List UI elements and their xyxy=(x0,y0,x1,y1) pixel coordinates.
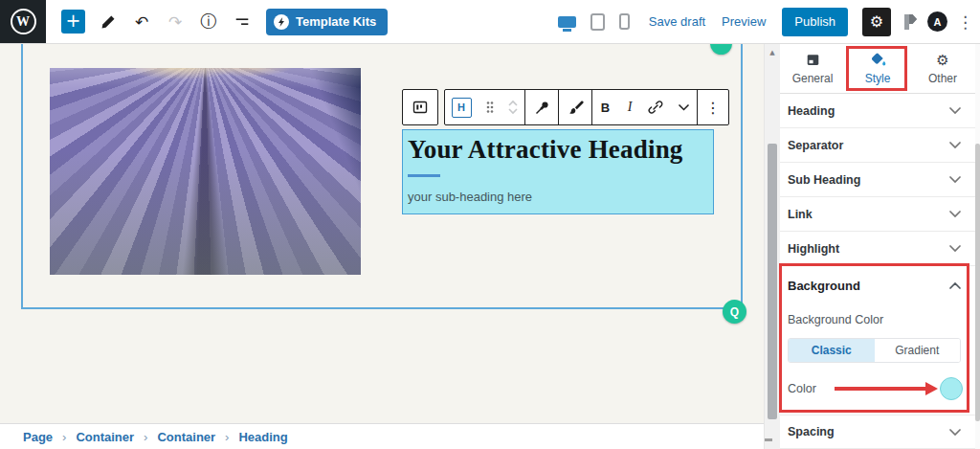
format-dropdown-button[interactable] xyxy=(670,90,697,124)
block-mover[interactable] xyxy=(501,90,524,124)
plugin-flag-button[interactable] xyxy=(900,11,919,33)
tab-general[interactable]: General xyxy=(780,44,845,93)
background-panel: Background Background Color Classic Grad… xyxy=(780,266,975,413)
chevron-down-icon xyxy=(949,245,961,252)
sidebar-tabs: General Style ⚙ Other xyxy=(780,44,975,94)
add-block-button[interactable]: + xyxy=(61,10,85,34)
edit-pencil-button[interactable] xyxy=(98,11,119,33)
chevron-down-icon xyxy=(949,176,961,183)
canvas-scrollbar-end xyxy=(765,438,772,441)
drag-dots-icon xyxy=(484,100,496,115)
editor-canvas: H xyxy=(0,44,764,449)
tab-other[interactable]: ⚙ Other xyxy=(910,44,975,93)
canvas-scrollbar: ▲ xyxy=(764,44,780,449)
chevron-down-icon xyxy=(949,142,961,148)
classic-option[interactable]: Classic xyxy=(789,339,875,362)
sidebar-scrollbar-thumb[interactable] xyxy=(975,144,980,421)
redo-button[interactable]: ↷ xyxy=(165,11,186,33)
drag-handle[interactable] xyxy=(478,90,501,124)
chevron-down-icon xyxy=(678,103,690,111)
accordion-heading-label: Heading xyxy=(788,104,835,118)
tablet-preview-icon[interactable] xyxy=(590,13,605,31)
breadcrumb-item-container-1[interactable]: Container xyxy=(76,430,134,444)
brush-icon xyxy=(567,99,585,117)
scrollbar-up-arrow[interactable]: ▲ xyxy=(765,49,780,56)
accordion-highlight-label: Highlight xyxy=(788,242,839,256)
heading-text[interactable]: Your Attractive Heading xyxy=(408,135,707,165)
desktop-preview-icon[interactable] xyxy=(558,16,576,28)
accordion-separator-label: Separator xyxy=(788,139,843,152)
select-parent-block-button[interactable] xyxy=(403,90,437,124)
subheading-text[interactable]: your sub-heading here xyxy=(408,190,707,204)
style-brush-button[interactable] xyxy=(559,90,591,124)
mobile-preview-icon[interactable] xyxy=(619,13,630,30)
heading-separator-line xyxy=(408,174,440,177)
details-info-button[interactable]: ⓘ xyxy=(198,11,219,33)
breadcrumb-item-heading[interactable]: Heading xyxy=(238,430,287,444)
breadcrumb-item-container-2[interactable]: Container xyxy=(157,430,215,444)
chevron-down-icon xyxy=(949,107,961,114)
wordpress-logo[interactable]: W xyxy=(0,0,46,43)
sidebar-scrollbar xyxy=(975,44,980,449)
italic-button[interactable]: I xyxy=(618,90,641,124)
breadcrumb-item-page[interactable]: Page xyxy=(23,430,53,444)
publish-button[interactable]: Publish xyxy=(782,8,848,36)
accordion-separator[interactable]: Separator xyxy=(780,128,975,163)
chevron-up-icon xyxy=(949,282,961,289)
options-kebab-button[interactable]: ⋮ xyxy=(957,12,970,32)
background-title: Background xyxy=(788,279,860,293)
canvas-scrollbar-thumb[interactable] xyxy=(768,144,777,419)
settings-gear-button[interactable]: ⚙ xyxy=(862,8,891,36)
accordion-heading[interactable]: Heading xyxy=(780,94,975,128)
gradient-option[interactable]: Gradient xyxy=(875,339,961,362)
pin-icon xyxy=(533,99,551,117)
pennant-p-icon xyxy=(900,11,919,33)
list-view-button[interactable] xyxy=(232,11,253,33)
wordpress-w-icon: W xyxy=(11,9,36,34)
lavender-field-image[interactable] xyxy=(50,68,361,275)
container-handle-bottom[interactable]: Q xyxy=(723,300,746,324)
accordion-sub-heading[interactable]: Sub Heading xyxy=(780,163,975,197)
heading-block-type-button[interactable]: H xyxy=(445,90,478,124)
annotation-arrow xyxy=(835,382,938,395)
bold-button[interactable]: B xyxy=(592,90,618,124)
container-block-icon xyxy=(411,98,430,117)
list-view-icon xyxy=(234,13,251,31)
accordion-background[interactable]: Background xyxy=(788,279,961,293)
color-label: Color xyxy=(788,382,816,395)
move-up-down-icon xyxy=(506,98,520,117)
accordion-link-label: Link xyxy=(788,208,813,221)
editor-topbar: W + ↶ ↷ ⓘ Template Kits Save draft Previ… xyxy=(0,0,980,44)
color-swatch[interactable] xyxy=(940,377,963,400)
link-chain-icon xyxy=(647,99,664,116)
background-color-label: Background Color xyxy=(788,313,961,326)
accordion-highlight[interactable]: Highlight xyxy=(780,232,975,266)
heading-h-icon: H xyxy=(452,98,472,118)
color-row: Color xyxy=(788,376,961,401)
breadcrumb-separator: › xyxy=(144,430,147,444)
background-type-toggle: Classic Gradient xyxy=(788,338,961,363)
chevron-down-icon xyxy=(949,211,961,217)
tab-general-label: General xyxy=(792,72,834,85)
pin-settings-button[interactable] xyxy=(525,90,558,124)
accordion-link[interactable]: Link xyxy=(780,197,975,232)
accordion-sub-heading-label: Sub Heading xyxy=(788,173,860,187)
pencil-icon xyxy=(100,13,117,31)
accordion-spacing[interactable]: Spacing xyxy=(780,415,975,449)
link-button[interactable] xyxy=(641,90,670,124)
block-toolbar: H xyxy=(402,89,729,125)
undo-button[interactable]: ↶ xyxy=(131,11,152,33)
envato-bolt-icon xyxy=(274,14,289,30)
save-draft-link[interactable]: Save draft xyxy=(649,14,705,29)
chevron-down-icon xyxy=(949,429,961,436)
heading-block[interactable]: Your Attractive Heading your sub-heading… xyxy=(402,129,714,214)
astra-button[interactable]: A xyxy=(927,11,947,32)
block-options-kebab-button[interactable]: ⋮ xyxy=(698,90,728,124)
annotation-box-style-tab xyxy=(846,46,907,91)
breadcrumb-separator: › xyxy=(62,430,66,444)
template-kits-label: Template Kits xyxy=(296,14,376,29)
preview-link[interactable]: Preview xyxy=(722,14,766,29)
template-kits-button[interactable]: Template Kits xyxy=(266,9,388,35)
tab-other-label: Other xyxy=(928,72,957,85)
general-squares-icon xyxy=(805,52,821,68)
